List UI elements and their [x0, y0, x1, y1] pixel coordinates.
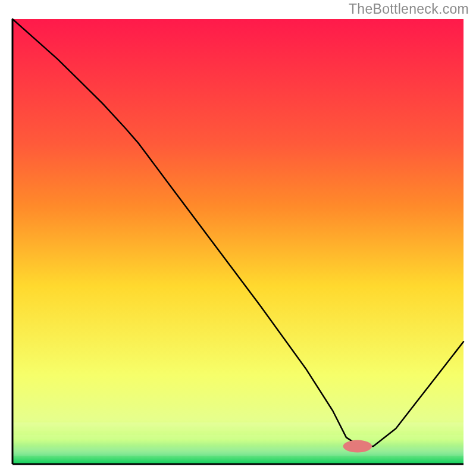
chart-svg [11, 18, 465, 465]
bottom-stripe [12, 435, 464, 439]
bottom-stripe [12, 447, 464, 452]
chart-background [12, 19, 464, 464]
bottom-stripe [12, 422, 464, 427]
optimum-marker [343, 440, 372, 453]
bottom-stripe [12, 443, 464, 447]
bottom-stripe [12, 439, 464, 443]
bottleneck-chart [11, 18, 465, 465]
bottom-stripe [12, 452, 464, 456]
bottom-stripe [12, 431, 464, 435]
watermark-text: TheBottleneck.com [349, 1, 469, 17]
